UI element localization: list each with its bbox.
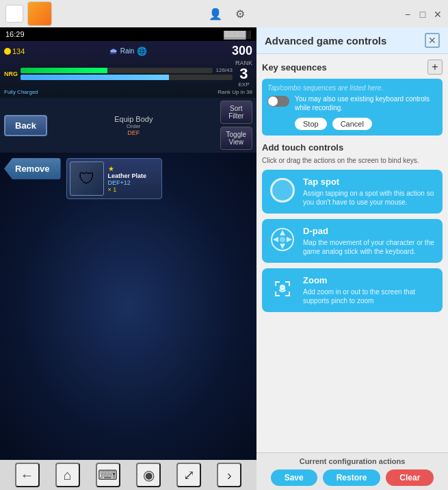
app-icons bbox=[5, 1, 52, 26]
stop-button[interactable]: Stop bbox=[295, 118, 327, 130]
window-title-bar: 👤 ⚙ − □ ✕ bbox=[0, 0, 448, 27]
fully-charged: Fully Charged bbox=[4, 89, 38, 95]
restore-button[interactable]: Restore bbox=[323, 469, 381, 486]
maximize-button[interactable]: □ bbox=[418, 9, 427, 18]
cancel-button[interactable]: Cancel bbox=[332, 118, 372, 130]
tap-spot-icon bbox=[270, 178, 295, 203]
sort-toggle-group: SortFilter ToggleView bbox=[220, 101, 252, 150]
recording-hint: Tap/combo sequences are listed here. bbox=[267, 84, 437, 92]
item-stat: DEF+12 bbox=[108, 179, 159, 186]
item-icon: 🛡 bbox=[70, 162, 104, 196]
hp-bar bbox=[21, 68, 213, 73]
svg-marker-1 bbox=[280, 230, 285, 235]
hud-meta-row: Fully Charged Rank Up in 38 bbox=[4, 89, 252, 95]
item-count: × 1 bbox=[108, 186, 159, 193]
svg-marker-3 bbox=[273, 237, 278, 242]
clear-button[interactable]: Clear bbox=[386, 469, 434, 486]
dpad-card[interactable]: D-pad Map the movement of your character… bbox=[262, 219, 443, 263]
coins-value: 134 bbox=[12, 47, 25, 55]
item-star: ★ bbox=[108, 165, 159, 172]
game-panel: 16:29 ▓▓▓▓░ 134 🌧 Rain 🌐 300 NRG bbox=[0, 27, 256, 490]
status-bar: 16:29 ▓▓▓▓░ bbox=[0, 27, 256, 41]
sort-filter-button[interactable]: SortFilter bbox=[220, 101, 252, 124]
coins-display: 134 bbox=[4, 47, 25, 55]
rank-block: RANK 3 EXP bbox=[235, 60, 252, 88]
item-info: ★ Leather Plate DEF+12 × 1 bbox=[108, 165, 159, 193]
tap-spot-desc: Assign tapping on a spot with this actio… bbox=[303, 189, 436, 207]
weather-icon: 🌧 bbox=[109, 47, 118, 56]
action-buttons-row: Back Equip Body Order DEF SortFilter Tog… bbox=[0, 98, 256, 153]
recording-toggle[interactable] bbox=[267, 96, 289, 107]
zoom-icon bbox=[270, 276, 295, 301]
home-button[interactable]: ⌂ bbox=[55, 463, 80, 487]
rank-number: 3 bbox=[239, 66, 248, 81]
close-panel-button[interactable]: ✕ bbox=[425, 33, 440, 48]
user-icon[interactable]: 👤 bbox=[208, 6, 223, 21]
key-sequences-title: Key sequences bbox=[262, 62, 327, 73]
bottom-bar: ← ⌂ ⌨ ◉ ⤢ › bbox=[0, 460, 256, 490]
dpad-desc: Map the movement of your character or th… bbox=[303, 238, 436, 256]
window-controls-center: 👤 ⚙ bbox=[208, 6, 248, 21]
touch-hint: Click or drag the actions on the screen … bbox=[262, 157, 443, 164]
add-touch-header: Add touch controls bbox=[262, 142, 443, 153]
def-label: DEF bbox=[114, 129, 153, 136]
add-sequence-button[interactable]: + bbox=[427, 60, 443, 75]
zoom-icon-wrap bbox=[269, 275, 296, 302]
recording-text: You may also use existing keyboard contr… bbox=[295, 94, 437, 112]
zoom-desc: Add zoom in or out to the screen that su… bbox=[303, 287, 436, 305]
key-sequences-section: Key sequences + Tap/combo sequences are … bbox=[262, 60, 443, 136]
tap-spot-icon-wrap bbox=[269, 177, 296, 204]
item-card: 🛡 ★ Leather Plate DEF+12 × 1 bbox=[66, 158, 162, 199]
recording-box: Tap/combo sequences are listed here. You… bbox=[262, 79, 443, 136]
time-display: 16:29 bbox=[5, 30, 25, 38]
key-sequences-header: Key sequences + bbox=[262, 60, 443, 75]
dpad-info: D-pad Map the movement of your character… bbox=[303, 226, 436, 256]
footer-buttons: Save Restore Clear bbox=[263, 469, 441, 486]
globe-icon: 🌐 bbox=[137, 47, 147, 56]
panel-footer: Current configuration actions Save Resto… bbox=[256, 452, 448, 490]
tap-spot-name: Tap spot bbox=[303, 177, 436, 187]
remove-button[interactable]: Remove bbox=[4, 158, 61, 179]
equip-label: Equip Body bbox=[114, 115, 153, 123]
app-icon-game bbox=[27, 1, 52, 26]
rank-up: Rank Up in 38 bbox=[218, 89, 252, 95]
order-label: Order bbox=[114, 123, 153, 129]
game-area: Remove 🛡 ★ Leather Plate DEF+12 × 1 bbox=[0, 153, 256, 460]
keyboard-button[interactable]: ⌨ bbox=[96, 463, 120, 487]
add-touch-controls-section: Add touch controls Click or drag the act… bbox=[262, 142, 443, 312]
app-icon-small bbox=[5, 5, 23, 23]
item-name: Leather Plate bbox=[108, 172, 159, 179]
eye-button[interactable]: ◉ bbox=[136, 463, 161, 487]
hud-bars: NRG 126/43 RANK 3 EXP bbox=[4, 60, 252, 88]
panel-content: Key sequences + Tap/combo sequences are … bbox=[256, 54, 448, 452]
window-controls-right: − □ ✕ bbox=[403, 9, 443, 18]
hud-top-row: 134 🌧 Rain 🌐 300 bbox=[4, 44, 252, 58]
toggle-knob bbox=[268, 96, 278, 106]
remove-area: Remove 🛡 ★ Leather Plate DEF+12 × 1 bbox=[0, 153, 256, 205]
right-panel: Advanced game controls ✕ Key sequences +… bbox=[256, 27, 448, 490]
exp-bar-fill bbox=[21, 75, 169, 80]
nrg-label: NRG bbox=[4, 70, 18, 77]
gear-icon[interactable]: ⚙ bbox=[233, 6, 248, 21]
close-window-button[interactable]: ✕ bbox=[433, 9, 443, 18]
svg-marker-2 bbox=[280, 244, 285, 249]
back-button[interactable]: Back bbox=[4, 115, 47, 136]
panel-title: Advanced game controls bbox=[265, 35, 386, 47]
zoom-info: Zoom Add zoom in or out to the screen th… bbox=[303, 275, 436, 305]
hp-bar-fill bbox=[21, 68, 107, 73]
next-button[interactable]: › bbox=[217, 463, 241, 487]
save-button[interactable]: Save bbox=[271, 469, 317, 486]
svg-marker-4 bbox=[287, 237, 292, 242]
expand-button[interactable]: ⤢ bbox=[176, 463, 201, 487]
minimize-button[interactable]: − bbox=[403, 9, 412, 18]
dpad-icon bbox=[270, 227, 295, 252]
back-nav-button[interactable]: ← bbox=[15, 463, 40, 487]
tap-spot-card[interactable]: Tap spot Assign tapping on a spot with t… bbox=[262, 170, 443, 214]
toggle-view-button[interactable]: ToggleView bbox=[220, 127, 252, 150]
hp-values: 126/43 bbox=[215, 67, 233, 73]
zoom-name: Zoom bbox=[303, 275, 436, 285]
tap-spot-info: Tap spot Assign tapping on a spot with t… bbox=[303, 177, 436, 207]
coin-icon bbox=[4, 48, 11, 55]
panel-header: Advanced game controls ✕ bbox=[256, 27, 448, 54]
zoom-card[interactable]: Zoom Add zoom in or out to the screen th… bbox=[262, 268, 443, 312]
